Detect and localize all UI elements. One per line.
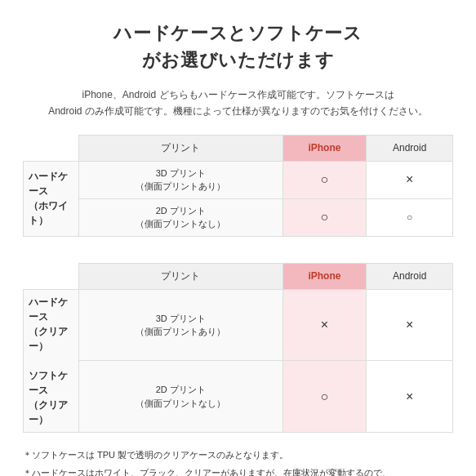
table2-row2-label: 2D プリント（側面プリントなし） bbox=[79, 361, 283, 433]
table1-row1-label: 3D プリント（側面プリントあり） bbox=[79, 161, 283, 198]
table-row: ハードケース（クリアー）ソフトケース（クリアー） 3D プリント（側面プリントあ… bbox=[24, 289, 453, 361]
notes-section: ＊ソフトケースは TPU 製で透明のクリアケースのみとなります。 ＊ハードケース… bbox=[23, 447, 453, 476]
table1: プリント iPhone Android ハードケース （ホワイト） 3D プリン… bbox=[23, 135, 453, 237]
table1-row1-iphone: ○ bbox=[282, 161, 367, 198]
subtitle-text: iPhone、Android どちらもハードケース作成可能です。ソフトケースは … bbox=[23, 87, 453, 120]
note-1: ＊ソフトケースは TPU 製で透明のクリアケースのみとなります。 bbox=[23, 447, 453, 464]
table1-row-header: ハードケース （ホワイト） bbox=[24, 161, 79, 236]
table2: プリント iPhone Android ハードケース（クリアー）ソフトケース（ク… bbox=[23, 263, 453, 433]
table2-row-header: ハードケース（クリアー）ソフトケース（クリアー） bbox=[24, 289, 79, 432]
table2-row1-iphone: × bbox=[282, 289, 367, 361]
page-title: ハードケースとソフトケース がお選びいただけます bbox=[23, 20, 453, 73]
table2-row1-android: × bbox=[367, 289, 453, 361]
table2-row2-android: × bbox=[367, 361, 453, 433]
note-2: ＊ハードケースはホワイト、ブラック、クリアーがありますが、在庫状況が変動するので… bbox=[23, 465, 453, 476]
table1-col-iphone: iPhone bbox=[282, 135, 367, 161]
table1-section: プリント iPhone Android ハードケース （ホワイト） 3D プリン… bbox=[23, 135, 453, 237]
table2-row1-label: 3D プリント（側面プリントあり） bbox=[79, 289, 283, 361]
table1-row2-iphone: ○ bbox=[282, 198, 367, 236]
table1-row2-android: ○ bbox=[367, 198, 453, 236]
table-row: 2D プリント（側面プリントなし） ○ × bbox=[24, 361, 453, 433]
table1-row2-label: 2D プリント（側面プリントなし） bbox=[79, 198, 283, 236]
table-row: 2D プリント（側面プリントなし） ○ ○ bbox=[24, 198, 453, 236]
spacer bbox=[23, 251, 453, 263]
table-row: ハードケース （ホワイト） 3D プリント（側面プリントあり） ○ × bbox=[24, 161, 453, 198]
table2-col-print: プリント bbox=[79, 263, 283, 289]
table2-col-iphone: iPhone bbox=[282, 263, 367, 289]
table1-col-android: Android bbox=[367, 135, 453, 161]
table2-section: プリント iPhone Android ハードケース（クリアー）ソフトケース（ク… bbox=[23, 263, 453, 433]
table2-col-android: Android bbox=[367, 263, 453, 289]
table2-row2-iphone: ○ bbox=[282, 361, 367, 433]
table1-col-print: プリント bbox=[79, 135, 283, 161]
table1-row1-android: × bbox=[367, 161, 453, 198]
